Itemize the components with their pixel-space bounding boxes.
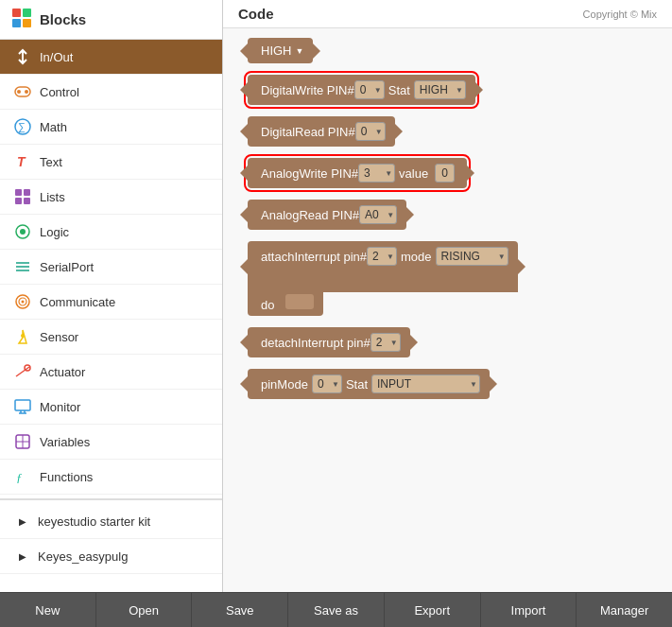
- svg-point-7: [25, 90, 28, 94]
- sidebar-label-functions: Functions: [40, 470, 93, 484]
- sidebar-item-text[interactable]: T Text: [0, 145, 222, 180]
- sensor-icon: [13, 327, 32, 346]
- attachinterrupt-mode-wrapper[interactable]: RISINGFALLINGCHANGE: [436, 247, 508, 266]
- high-label: HIGH: [261, 44, 292, 58]
- sidebar-label-keyes: Keyes_easypulg: [38, 549, 128, 564]
- sidebar-item-logic[interactable]: Logic: [0, 215, 222, 250]
- svg-point-22: [22, 301, 25, 304]
- svg-point-24: [21, 334, 25, 338]
- text-icon: T: [13, 152, 32, 171]
- sidebar-item-keyes[interactable]: ▶ Keyes_easypulg: [0, 539, 222, 574]
- new-button[interactable]: New: [0, 593, 96, 627]
- sidebar-item-actuator[interactable]: Actuator: [0, 355, 222, 390]
- attachinterrupt-label: attachInterrupt pin#: [261, 250, 367, 264]
- sidebar-item-lists[interactable]: Lists: [0, 180, 222, 215]
- pinmode-block[interactable]: pinMode 012 Stat INPUTOUTPUTINPUT_PULLUP: [248, 369, 490, 399]
- svg-text:T: T: [17, 154, 26, 169]
- digitalread-block-row: DigitalRead PIN# 012: [248, 116, 657, 147]
- pinmode-block-row: pinMode 012 Stat INPUTOUTPUTINPUT_PULLUP: [248, 369, 657, 399]
- attachinterrupt-mode-select[interactable]: RISINGFALLINGCHANGE: [436, 247, 508, 266]
- save-as-button[interactable]: Save as: [288, 593, 385, 627]
- digitalread-pin-wrapper[interactable]: 012: [355, 122, 386, 141]
- pinmode-pin-wrapper[interactable]: 012: [312, 374, 342, 393]
- svg-point-16: [20, 229, 26, 235]
- sidebar-item-monitor[interactable]: Monitor: [0, 390, 222, 425]
- sidebar-label-communicate: Communicate: [40, 295, 115, 309]
- svg-rect-2: [12, 19, 21, 27]
- pinmode-stat-select[interactable]: INPUTOUTPUTINPUT_PULLUP: [371, 374, 480, 393]
- value-label: value: [399, 166, 428, 181]
- sidebar-item-inout[interactable]: In/Out: [0, 40, 222, 75]
- monitor-icon: [13, 397, 32, 416]
- attachinterrupt-block-row: attachInterrupt pin# 23 mode RISINGFALLI…: [248, 241, 657, 316]
- digitalwrite-block[interactable]: DigitalWrite PIN# 0123 Stat HIGHLOW: [248, 75, 475, 105]
- sidebar-item-math[interactable]: ∑ Math: [0, 110, 222, 145]
- sidebar-item-communicate[interactable]: Communicate: [0, 285, 222, 320]
- stat-label: Stat: [388, 83, 410, 97]
- import-button[interactable]: Import: [481, 593, 577, 627]
- analogwrite-pin-wrapper[interactable]: 35691011: [358, 164, 395, 183]
- digitalwrite-stat-select[interactable]: HIGHLOW: [414, 80, 466, 99]
- detachinterrupt-block-row: detachInterrupt pin# 23: [248, 327, 657, 357]
- attachinterrupt-block[interactable]: attachInterrupt pin# 23 mode RISINGFALLI…: [248, 241, 518, 292]
- pinmode-pin-select[interactable]: 012: [312, 374, 342, 393]
- attachinterrupt-pin-wrapper[interactable]: 23: [367, 247, 397, 266]
- sidebar-label-actuator: Actuator: [40, 365, 85, 379]
- sidebar-header: Blocks: [0, 0, 222, 40]
- pinmode-stat-label: Stat: [346, 377, 368, 392]
- sidebar-label-lists: Lists: [40, 190, 65, 204]
- attachinterrupt-pin-select[interactable]: 23: [367, 247, 397, 266]
- sidebar-label-serialport: SerialPort: [40, 260, 94, 274]
- pinmode-stat-wrapper[interactable]: INPUTOUTPUTINPUT_PULLUP: [371, 374, 480, 393]
- digitalwrite-pin-select[interactable]: 0123: [354, 80, 385, 99]
- digitalwrite-stat-wrapper[interactable]: HIGHLOW: [414, 80, 466, 99]
- sidebar-label-keyestudio: keyestudio starter kit: [38, 514, 150, 529]
- sidebar-item-serialport[interactable]: SerialPort: [0, 250, 222, 285]
- high-block[interactable]: HIGH ▼: [248, 38, 313, 63]
- digitalread-pin-select[interactable]: 012: [355, 122, 386, 141]
- analogwrite-pin-select[interactable]: 35691011: [358, 164, 395, 183]
- svg-line-25: [16, 367, 29, 376]
- high-block-row: HIGH ▼: [248, 38, 657, 63]
- save-button[interactable]: Save: [192, 593, 288, 627]
- digitalwrite-pin-wrapper[interactable]: 0123: [354, 80, 385, 99]
- sidebar-label-control: Control: [40, 85, 79, 99]
- detachinterrupt-pin-select[interactable]: 23: [370, 333, 401, 352]
- export-button[interactable]: Export: [385, 593, 481, 627]
- code-panel: Code Copyright © Mix HIGH ▼ DigitalWrite…: [223, 0, 672, 592]
- mode-label: mode: [401, 250, 432, 264]
- detachinterrupt-pin-wrapper[interactable]: 23: [370, 333, 401, 352]
- pinmode-label: pinMode: [261, 377, 308, 392]
- expand-arrow-keyes: ▶: [13, 547, 32, 566]
- serialport-icon: [13, 257, 32, 276]
- svg-rect-27: [15, 400, 30, 410]
- sidebar-item-sensor[interactable]: Sensor: [0, 320, 222, 355]
- svg-rect-11: [15, 189, 22, 196]
- digitalread-label: DigitalRead PIN#: [261, 125, 355, 139]
- digitalread-block[interactable]: DigitalRead PIN# 012: [248, 116, 395, 147]
- analogread-pin-wrapper[interactable]: A0A1A2A3: [359, 205, 397, 224]
- analogwrite-block[interactable]: AnalogWrite PIN# 35691011 value 0: [248, 158, 467, 188]
- sidebar-item-control[interactable]: Control: [0, 75, 222, 110]
- bottom-toolbar: New Open Save Save as Export Import Mana…: [0, 592, 672, 627]
- functions-icon: ƒ: [13, 467, 32, 486]
- manager-button[interactable]: Manager: [577, 593, 672, 627]
- svg-text:ƒ: ƒ: [16, 470, 23, 484]
- sidebar-item-keyestudio[interactable]: ▶ keyestudio starter kit: [0, 504, 222, 539]
- code-content: HIGH ▼ DigitalWrite PIN# 0123 Stat: [223, 28, 672, 592]
- sidebar-item-functions[interactable]: ƒ Functions: [0, 460, 222, 495]
- inout-icon: [13, 47, 32, 66]
- high-dropdown-arrow: ▼: [296, 46, 304, 56]
- analogread-block[interactable]: AnalogRead PIN# A0A1A2A3: [248, 200, 406, 230]
- open-button[interactable]: Open: [96, 593, 193, 627]
- svg-rect-12: [24, 189, 30, 196]
- sidebar: Blocks In/Out Control: [0, 0, 223, 592]
- analogread-block-row: AnalogRead PIN# A0A1A2A3: [248, 200, 657, 230]
- analogwrite-value: 0: [435, 164, 455, 183]
- detachinterrupt-block[interactable]: detachInterrupt pin# 23: [248, 327, 410, 357]
- analogread-pin-select[interactable]: A0A1A2A3: [359, 205, 397, 224]
- sidebar-item-variables[interactable]: Variables: [0, 425, 222, 460]
- svg-rect-1: [23, 9, 31, 17]
- do-slot: [285, 294, 314, 309]
- sidebar-label-variables: Variables: [40, 435, 90, 449]
